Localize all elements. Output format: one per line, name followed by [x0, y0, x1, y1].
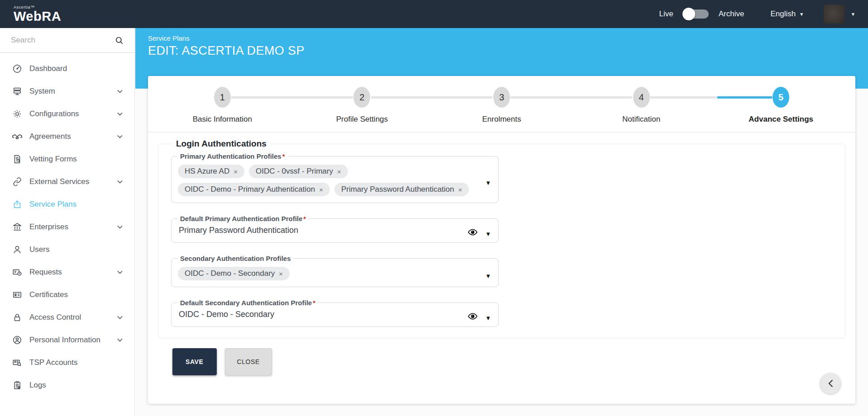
sidebar-item-configurations[interactable]: Configurations — [0, 103, 134, 125]
step-circle[interactable]: 1 — [214, 87, 231, 108]
sidebar-item-agreements[interactable]: Agreements — [0, 125, 134, 148]
sidebar-item-label: Service Plans — [29, 200, 76, 209]
page-head: Service Plans EDIT: ASCERTIA DEMO SP — [148, 34, 305, 58]
sidebar-item-tsp-accounts[interactable]: TSP Accounts — [0, 351, 134, 374]
chip-label: OIDC - Demo - Primary Authentication — [185, 185, 315, 194]
step-connector-line — [231, 96, 353, 99]
remove-chip-icon[interactable]: × — [337, 168, 341, 175]
field-label-text: Secondary Authentication Profiles — [180, 255, 291, 262]
chevron-down-icon[interactable]: ▼ — [851, 12, 855, 17]
step-label: Basic Information — [153, 115, 292, 124]
remove-chip-icon[interactable]: × — [279, 270, 283, 277]
link-icon — [12, 176, 23, 187]
sidebar-item-label: Access Control — [29, 313, 81, 322]
sidebar-item-label: Enterprises — [29, 222, 68, 232]
chevron-down-icon — [117, 90, 123, 93]
sidebar-item-label: Requests — [29, 268, 62, 277]
secondary-authentication-profiles-field[interactable]: Secondary Authentication Profiles OIDC -… — [171, 255, 499, 287]
sidebar-item-dashboard[interactable]: Dashboard — [0, 57, 134, 80]
search-icon[interactable] — [115, 36, 124, 45]
live-archive-toggle[interactable] — [683, 9, 709, 19]
remove-chip-icon[interactable]: × — [234, 168, 238, 175]
step-circle[interactable]: 4 — [633, 87, 650, 108]
step-notification: 4 Notification — [572, 87, 711, 124]
archive-label: Archive — [719, 9, 744, 19]
dropdown-caret-icon[interactable]: ▼ — [485, 180, 491, 186]
content-card: 1 Basic Information 2 Profile Settings 3… — [148, 76, 855, 404]
remove-chip-icon[interactable]: × — [458, 186, 462, 193]
chip-label: Primary Password Authentication — [341, 185, 454, 194]
chevron-down-icon: ▼ — [799, 12, 804, 17]
sidebar-item-service-plans[interactable]: Service Plans — [0, 193, 134, 216]
lock-icon — [12, 312, 23, 323]
gauge-icon — [12, 63, 23, 74]
app-logo[interactable]: Ascertia™ WebRA — [14, 5, 61, 23]
field-label-text: Default Primary Authentication Profile — [180, 215, 302, 222]
sidebar-item-label: Configurations — [29, 109, 79, 118]
bank-icon — [12, 222, 23, 232]
language-dropdown[interactable]: English ▼ — [770, 9, 804, 19]
eye-icon[interactable] — [468, 313, 477, 320]
sidebar-item-label: Dashboard — [29, 64, 67, 73]
handshake-icon — [12, 131, 23, 142]
save-button[interactable]: SAVE — [172, 348, 217, 375]
close-button[interactable]: CLOSE — [225, 348, 272, 375]
field-label-text: Primary Authentication Profiles — [180, 152, 281, 160]
chevron-down-icon — [117, 316, 123, 319]
search-input[interactable] — [11, 36, 115, 45]
step-enrolments: 3 Enrolments — [432, 87, 572, 124]
sidebar-item-label: System — [29, 87, 55, 96]
sidebar-item-enterprises[interactable]: Enterprises — [0, 216, 134, 238]
sidebar-item-users[interactable]: Users — [0, 238, 134, 261]
sidebar-item-label: Users — [29, 245, 49, 254]
chip-label: OIDC - 0vssf - Primary — [256, 167, 333, 176]
default-primary-authentication-profile-field[interactable]: Default Primary Authentication Profile* … — [171, 215, 499, 243]
toggle-knob[interactable] — [682, 8, 695, 20]
sidebar: Dashboard System Configurations — [0, 28, 135, 416]
field-label: Default Secondary Authentication Profile… — [178, 299, 318, 307]
breadcrumb: Service Plans — [148, 34, 305, 42]
sidebar-item-system[interactable]: System — [0, 80, 134, 103]
step-label: Profile Settings — [292, 115, 432, 124]
required-marker: * — [303, 215, 306, 222]
step-connector-line — [371, 96, 493, 99]
sidebar-item-personal-information[interactable]: Personal Information — [0, 329, 134, 351]
required-marker: * — [313, 299, 315, 307]
sidebar-item-vetting-forms[interactable]: Vetting Forms — [0, 148, 134, 170]
primary-authentication-profiles-field[interactable]: Primary Authentication Profiles* HS Azur… — [171, 152, 499, 203]
step-circle[interactable]: 3 — [493, 87, 510, 108]
sidebar-item-certificates[interactable]: Certificates — [0, 284, 134, 306]
chip-label: HS Azure AD — [185, 167, 229, 176]
user-avatar[interactable] — [824, 5, 844, 24]
dropdown-caret-icon[interactable]: ▼ — [485, 231, 491, 237]
page-title: EDIT: ASCERTIA DEMO SP — [148, 44, 305, 58]
step-circle[interactable]: 5 — [773, 87, 789, 108]
eye-icon[interactable] — [468, 229, 477, 236]
back-button[interactable] — [820, 373, 841, 394]
step-profile-settings: 2 Profile Settings — [292, 87, 432, 124]
selected-chips: HS Azure AD × OIDC - 0vssf - Primary × O… — [178, 162, 492, 198]
field-label-text: Default Secondary Authentication Profile — [180, 299, 312, 307]
sidebar-item-logs[interactable]: Logs — [0, 374, 134, 397]
id-card-icon — [12, 289, 23, 300]
login-authentications-section: Login Authentications Primary Authentica… — [158, 139, 845, 338]
chevron-down-icon — [117, 112, 123, 116]
step-circle[interactable]: 2 — [353, 87, 370, 108]
sidebar-item-access-control[interactable]: Access Control — [0, 306, 134, 329]
sidebar-item-requests[interactable]: Requests — [0, 261, 134, 284]
dropdown-caret-icon[interactable]: ▼ — [485, 315, 491, 321]
box-up-arrow-icon — [12, 199, 23, 210]
sidebar-item-label: TSP Accounts — [29, 358, 77, 367]
default-secondary-authentication-profile-field[interactable]: Default Secondary Authentication Profile… — [171, 299, 499, 327]
step-basic-information: 1 Basic Information — [153, 87, 292, 124]
remove-chip-icon[interactable]: × — [319, 186, 323, 193]
sidebar-item-external-services[interactable]: External Services — [0, 170, 134, 193]
card-clock-icon — [12, 267, 23, 278]
sidebar-search — [0, 28, 134, 53]
card-search-icon — [12, 357, 23, 368]
field-label: Secondary Authentication Profiles — [178, 255, 293, 262]
required-marker: * — [282, 152, 285, 160]
dropdown-caret-icon[interactable]: ▼ — [485, 273, 491, 279]
language-label: English — [770, 9, 796, 19]
sidebar-item-label: Logs — [29, 381, 46, 390]
